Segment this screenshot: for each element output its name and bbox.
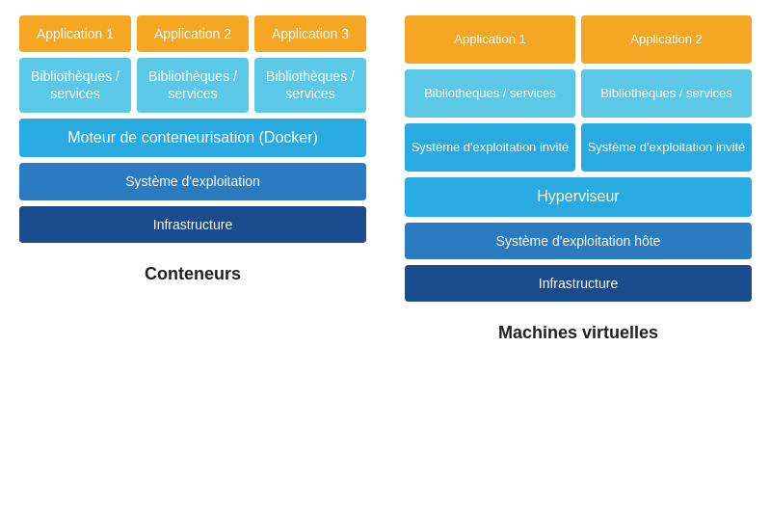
engine-block: Moteur de conteneurisation (Docker) [19,119,366,158]
right-title: Machines virtuelles [405,317,752,343]
vm-guestos-row: Système d'exploitation invité Système d'… [405,123,752,172]
vm-infra-block: Infrastructure [405,265,752,302]
hostos-row: Système d'exploitation hôte [405,223,752,259]
vm-libs-row: Bibliothèques / services Bibliothèques /… [405,69,752,118]
vm-app2-block: Application 2 [581,15,752,64]
engine-row: Moteur de conteneurisation (Docker) [19,119,366,158]
os-row: Système d'exploitation [19,163,366,200]
vm-apps-row: Application 1 Application 2 [405,15,752,64]
lib1-block: Bibliothèques / services [19,58,131,112]
hypervisor-row: Hyperviseur [405,177,752,217]
libs-row: Bibliothèques / services Bibliothèques /… [19,58,366,112]
vm-guestos2-block: Système d'exploitation invité [581,123,752,172]
hypervisor-block: Hyperviseur [405,177,752,217]
app1-block: Application 1 [19,15,131,52]
apps-row: Application 1 Application 2 Application … [19,15,366,52]
vm-diagram: Application 1 Application 2 Bibliothèque… [405,15,752,343]
app3-block: Application 3 [254,15,366,52]
infra-block: Infrastructure [19,206,366,243]
lib3-block: Bibliothèques / services [254,58,366,112]
containers-diagram: Application 1 Application 2 Application … [19,15,366,343]
app2-block: Application 2 [137,15,249,52]
vm-app1-block: Application 1 [405,15,575,64]
hostos-block: Système d'exploitation hôte [405,223,752,259]
infra-row: Infrastructure [19,206,366,243]
vm-lib1-block: Bibliothèques / services [405,69,575,118]
os-block: Système d'exploitation [19,163,366,200]
vm-guestos1-block: Système d'exploitation invité [405,123,575,172]
vm-lib2-block: Bibliothèques / services [581,69,752,118]
main-container: Application 1 Application 2 Application … [19,15,752,343]
vm-infra-row: Infrastructure [405,265,752,302]
lib2-block: Bibliothèques / services [137,58,249,112]
left-title: Conteneurs [19,258,366,284]
